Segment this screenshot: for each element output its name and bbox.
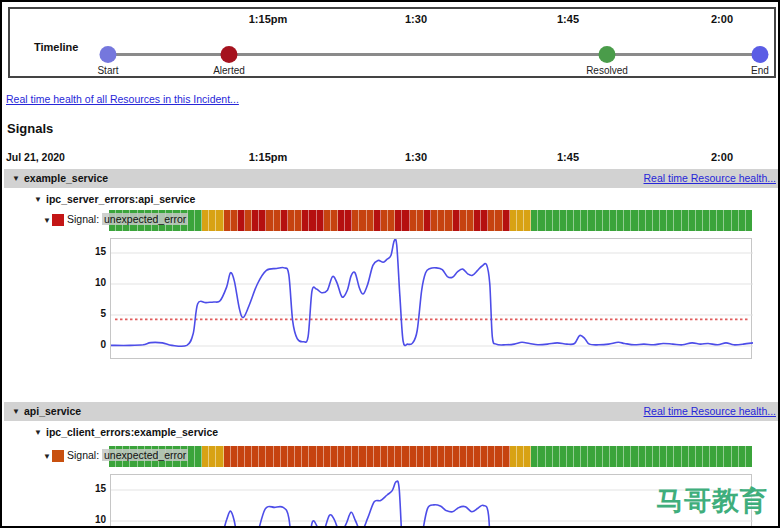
- heatmap-cell: [610, 446, 617, 467]
- time-axis-tick: 1:30: [405, 13, 427, 25]
- heatmap-cell: [631, 446, 638, 467]
- heatmap-cell: [538, 210, 545, 231]
- time-axis-tick: 1:30: [405, 151, 427, 163]
- timeline-marker-resolved[interactable]: [599, 46, 616, 63]
- heatmap-cell: [717, 446, 724, 467]
- heatmap-cell: [617, 446, 624, 467]
- heatmap-cell: [631, 210, 638, 231]
- incident-dashboard: 1:15pm1:301:452:00 Timeline StartAlerted…: [0, 0, 780, 528]
- resource-health-link[interactable]: Real time Resource health...: [644, 172, 776, 184]
- heatmap-cell: [567, 210, 574, 231]
- heatmap-cell: [646, 210, 653, 231]
- heatmap-cell: [567, 446, 574, 467]
- heatmap-cell: [546, 210, 553, 231]
- signals-axis: 1:15pm1:301:452:00: [2, 151, 780, 165]
- section-name: example_service: [24, 172, 108, 184]
- y-axis-tick: 5: [82, 308, 106, 319]
- heatmap-cell: [746, 210, 752, 231]
- heatmap-cell: [732, 446, 739, 467]
- signal-row[interactable]: ▼ Signal: unexpected_error: [2, 213, 402, 229]
- heatmap-cell: [417, 446, 424, 467]
- heatmap-cell: [524, 210, 531, 231]
- heatmap-cell: [639, 210, 646, 231]
- heatmap-cell: [488, 446, 495, 467]
- error-line-chart: 051015: [82, 238, 754, 359]
- section-header-api-service[interactable]: ▼ api_service Real time Resource health.…: [4, 402, 780, 421]
- time-axis-tick: 2:00: [711, 13, 733, 25]
- heatmap-cell: [402, 210, 409, 231]
- timeline-marker-end[interactable]: [752, 46, 769, 63]
- heatmap-cell: [503, 446, 510, 467]
- heatmap-cell: [696, 446, 703, 467]
- time-axis-tick: 1:45: [557, 13, 579, 25]
- signal-color-swatch: [52, 450, 64, 462]
- heatmap-cell: [746, 446, 752, 467]
- heatmap-cell: [495, 446, 502, 467]
- metric-row[interactable]: ▼ ipc_client_errors:example_service: [2, 426, 402, 440]
- y-axis-tick: 10: [82, 277, 106, 288]
- collapse-triangle-icon[interactable]: ▼: [34, 195, 42, 204]
- heatmap-cell: [524, 446, 531, 467]
- heatmap-cell: [639, 446, 646, 467]
- heatmap-cell: [682, 446, 689, 467]
- metric-row[interactable]: ▼ ipc_server_errors:api_service: [2, 193, 402, 207]
- heatmap-cell: [588, 446, 595, 467]
- timeline-marker-start[interactable]: [100, 46, 117, 63]
- metric-name: ipc_server_errors:api_service: [46, 193, 195, 205]
- heatmap-cell: [517, 446, 524, 467]
- heatmap-cell: [617, 210, 624, 231]
- signal-color-swatch: [52, 214, 64, 226]
- timeline-marker-label: Start: [97, 65, 118, 76]
- signal-row[interactable]: ▼ Signal: unexpected_error: [2, 449, 402, 465]
- heatmap-cell: [510, 210, 517, 231]
- resource-health-link[interactable]: Real time Resource health...: [644, 405, 776, 417]
- collapse-triangle-icon[interactable]: ▼: [12, 407, 20, 416]
- heatmap-cell: [717, 210, 724, 231]
- collapse-triangle-icon[interactable]: ▼: [43, 216, 51, 225]
- heatmap-cell: [689, 210, 696, 231]
- heatmap-cell: [453, 210, 460, 231]
- timeline-marker-label: Alerted: [213, 65, 245, 76]
- heatmap-cell: [438, 210, 445, 231]
- heatmap-cell: [495, 210, 502, 231]
- heatmap-cell: [653, 210, 660, 231]
- heatmap-cell: [510, 446, 517, 467]
- heatmap-cell: [724, 210, 731, 231]
- signal-value: unexpected_error: [102, 213, 188, 225]
- timeline-marker-label: End: [751, 65, 769, 76]
- heatmap-cell: [710, 210, 717, 231]
- section-name: api_service: [24, 405, 81, 417]
- y-axis-tick: 15: [82, 483, 106, 494]
- heatmap-cell: [653, 446, 660, 467]
- heatmap-cell: [445, 446, 452, 467]
- watermark-text: 马哥教育: [656, 483, 768, 519]
- heatmap-cell: [581, 446, 588, 467]
- heatmap-cell: [517, 210, 524, 231]
- timeline-marker-label: Resolved: [586, 65, 628, 76]
- heatmap-cell: [667, 446, 674, 467]
- heatmap-cell: [674, 210, 681, 231]
- time-axis-tick: 1:15pm: [249, 151, 288, 163]
- heatmap-cell: [667, 210, 674, 231]
- heatmap-cell: [574, 210, 581, 231]
- heatmap-cell: [624, 446, 631, 467]
- heatmap-cell: [596, 446, 603, 467]
- y-axis-tick: 0: [82, 339, 106, 350]
- heatmap-cell: [431, 210, 438, 231]
- collapse-triangle-icon[interactable]: ▼: [34, 428, 42, 437]
- timeline-marker-alerted[interactable]: [221, 46, 238, 63]
- heatmap-cell: [438, 446, 445, 467]
- collapse-triangle-icon[interactable]: ▼: [43, 452, 51, 461]
- heatmap-cell: [410, 446, 417, 467]
- signal-label: Signal: unexpected_error: [67, 213, 188, 225]
- heatmap-cell: [574, 446, 581, 467]
- incident-health-link[interactable]: Real time health of all Resources in thi…: [6, 93, 239, 105]
- heatmap-cell: [467, 210, 474, 231]
- heatmap-cell: [724, 446, 731, 467]
- signal-value: unexpected_error: [102, 449, 188, 461]
- heatmap-cell: [538, 446, 545, 467]
- heatmap-cell: [660, 210, 667, 231]
- section-header-example-service[interactable]: ▼ example_service Real time Resource hea…: [4, 169, 780, 188]
- heatmap-cell: [503, 210, 510, 231]
- collapse-triangle-icon[interactable]: ▼: [12, 174, 20, 183]
